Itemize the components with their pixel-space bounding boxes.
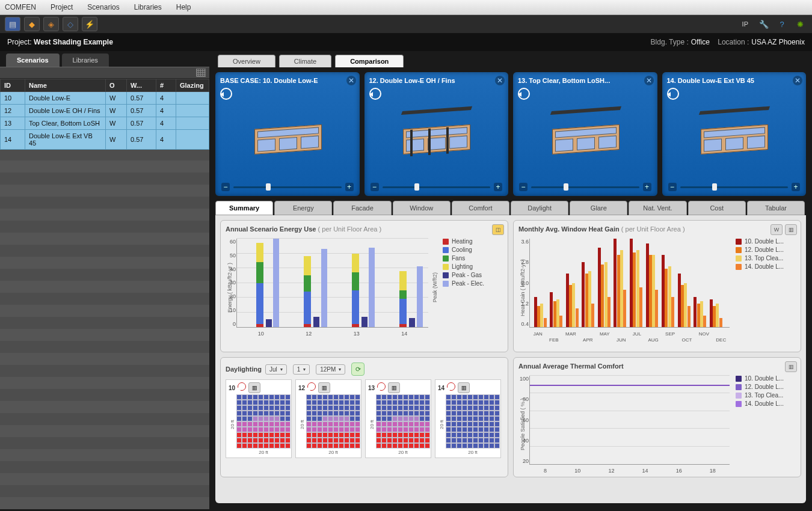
zoom-in-icon[interactable]: + xyxy=(792,183,800,191)
zoom-slider[interactable] xyxy=(531,186,639,188)
sub-tab-summary[interactable]: Summary xyxy=(215,201,273,215)
sun-icon[interactable]: ✺ xyxy=(793,17,807,31)
energy-toggle-icon[interactable]: ◫ xyxy=(492,224,504,235)
scenario-card[interactable]: ✕BASE CASE: 10. Double Low-E−+ xyxy=(215,72,360,196)
daylight-day-dropdown[interactable]: 1 xyxy=(293,364,310,375)
menu-help[interactable]: Help xyxy=(176,3,191,11)
menu-libraries[interactable]: Libraries xyxy=(134,3,162,11)
daylight-month-dropdown[interactable]: Jul xyxy=(265,364,287,375)
wrench-icon[interactable]: 🔧 xyxy=(757,17,771,31)
zoom-slider[interactable] xyxy=(233,186,342,188)
sub-tab-energy[interactable]: Energy xyxy=(274,201,332,215)
help-icon[interactable]: ? xyxy=(775,17,789,31)
heatmap-mode-icon[interactable]: ▥ xyxy=(388,382,400,393)
model-3d[interactable] xyxy=(369,102,504,159)
menubar: COMFEN Project Scenarios Libraries Help xyxy=(0,0,812,15)
zoom-out-icon[interactable]: − xyxy=(221,183,230,191)
comfort-legend: 10. Double L...12. Double L...13. Top Cl… xyxy=(732,373,796,476)
tool-cube-icon[interactable]: ◆ xyxy=(24,17,40,31)
zoom-out-icon[interactable]: − xyxy=(519,183,527,191)
close-icon[interactable]: ✕ xyxy=(793,76,802,85)
heatmap-mode-icon[interactable]: ▥ xyxy=(318,382,330,393)
compass-icon[interactable] xyxy=(667,88,679,100)
zoom-in-icon[interactable]: + xyxy=(494,183,502,191)
col-name[interactable]: Name xyxy=(25,79,106,92)
zoom-out-icon[interactable]: − xyxy=(668,183,677,191)
menu-project[interactable]: Project xyxy=(51,3,73,11)
toolbar: ▤ ◆ ◈ ◇ ⚡ IP 🔧 ? ✺ xyxy=(0,15,812,33)
col-orientation[interactable]: O xyxy=(106,79,127,92)
legend-item: 14. Double L... xyxy=(736,400,796,407)
zoom-in-icon[interactable]: + xyxy=(345,183,354,191)
compass-icon[interactable] xyxy=(447,382,455,391)
heatgain-title: Monthly Avg. Window Heat Gain xyxy=(518,225,620,233)
zoom-out-icon[interactable]: − xyxy=(371,183,379,191)
tab-scenarios[interactable]: Scenarios xyxy=(6,54,60,67)
tool-lightning-icon[interactable]: ⚡ xyxy=(82,17,97,31)
compass-icon[interactable] xyxy=(220,88,232,100)
tab-overview[interactable]: Overview xyxy=(218,55,275,67)
close-icon[interactable]: ✕ xyxy=(346,76,356,85)
units-label[interactable]: IP xyxy=(742,20,748,28)
compass-icon[interactable] xyxy=(369,88,381,100)
col-id[interactable]: ID xyxy=(1,79,25,92)
scenario-card[interactable]: ✕12. Double Low-E OH / Fins−+ xyxy=(364,72,509,196)
close-icon[interactable]: ✕ xyxy=(495,76,505,85)
tool-document-icon[interactable]: ▤ xyxy=(5,17,20,31)
col-glazing[interactable]: Glazing xyxy=(176,79,209,92)
model-3d[interactable] xyxy=(518,102,653,159)
sub-tab-tabular[interactable]: Tabular xyxy=(747,201,805,215)
card-title: 13. Top Clear, Bottom LoSH... xyxy=(518,77,653,84)
zoom-slider[interactable] xyxy=(680,186,789,188)
model-3d[interactable] xyxy=(220,102,355,159)
scenario-card[interactable]: ✕14. Double Low-E Ext VB 45−+ xyxy=(662,72,807,196)
table-row[interactable]: 10Double Low-EW0.574 xyxy=(1,92,209,105)
compass-icon[interactable] xyxy=(518,88,530,100)
panel-daylighting: Daylighting Jul 1 12PM ⟳ 10▥20 ft20 ft12… xyxy=(220,357,508,477)
sub-tab-window[interactable]: Window xyxy=(393,201,451,215)
heatmap-mode-icon[interactable]: ▥ xyxy=(458,382,470,393)
tab-libraries[interactable]: Libraries xyxy=(62,54,109,67)
heatgain-chart: 3.62.82.01.20.4 JANFEBMARAPRMAYJUNJULAUG… xyxy=(529,239,730,328)
heatmap-mode-icon[interactable]: ▥ xyxy=(248,382,260,393)
tab-climate[interactable]: Climate xyxy=(279,55,331,67)
bldg-type-label: Bldg. Type : xyxy=(651,38,689,46)
col-count[interactable]: # xyxy=(156,79,176,92)
menu-comfen[interactable]: COMFEN xyxy=(5,3,36,11)
bldg-type[interactable]: Office xyxy=(691,38,710,46)
heatmap-10: 10▥20 ft20 ft xyxy=(226,379,292,458)
tab-comparison[interactable]: Comparison xyxy=(335,55,404,67)
tool-cube-alt-icon[interactable]: ◇ xyxy=(63,17,78,31)
sub-tab-natvent[interactable]: Nat. Vent. xyxy=(629,201,686,215)
heatgain-w-button[interactable]: W xyxy=(770,224,783,235)
sub-tab-glare[interactable]: Glare xyxy=(570,201,627,215)
comfort-chart-icon[interactable]: ▥ xyxy=(785,361,797,372)
daylight-refresh-icon[interactable]: ⟳ xyxy=(351,363,364,376)
compass-icon[interactable] xyxy=(238,382,246,391)
location[interactable]: USA AZ Phoenix xyxy=(751,38,805,46)
close-icon[interactable]: ✕ xyxy=(644,76,654,85)
compass-icon[interactable] xyxy=(377,382,386,391)
table-row[interactable]: 12Double Low-E OH / FinsW0.574 xyxy=(1,105,209,117)
zoom-slider[interactable] xyxy=(383,186,491,188)
daylight-time-dropdown[interactable]: 12PM xyxy=(316,364,345,375)
model-3d[interactable] xyxy=(667,102,802,159)
grid-toggle-icon[interactable] xyxy=(196,69,206,77)
sub-tab-daylight[interactable]: Daylight xyxy=(511,201,568,215)
table-row[interactable]: 14Double Low-E Ext VB 45W0.574 xyxy=(1,130,209,150)
compass-icon[interactable] xyxy=(307,382,316,391)
sub-tab-cost[interactable]: Cost xyxy=(688,201,746,215)
sub-tab-comfort[interactable]: Comfort xyxy=(452,201,509,215)
col-wwr[interactable]: W... xyxy=(127,79,156,92)
panel-thermal-comfort: ▥ Annual Average Thermal Comfort People … xyxy=(513,357,801,477)
heatgain-chart-icon[interactable]: ▥ xyxy=(785,224,797,235)
daylight-heatmaps: 10▥20 ft20 ft12▥20 ft20 ft13▥20 ft20 ft1… xyxy=(226,379,503,458)
tool-cube-add-icon[interactable]: ◈ xyxy=(43,17,59,31)
zoom-in-icon[interactable]: + xyxy=(643,183,651,191)
menu-scenarios[interactable]: Scenarios xyxy=(87,3,119,11)
project-bar: Project: West Shading Example Bldg. Type… xyxy=(0,33,812,51)
legend-item: Fans xyxy=(443,255,503,262)
sub-tab-facade[interactable]: Facade xyxy=(333,201,391,215)
table-row[interactable]: 13Top Clear, Bottom LoSHW0.574 xyxy=(1,117,209,130)
scenario-card[interactable]: ✕13. Top Clear, Bottom LoSH...−+ xyxy=(513,72,657,196)
